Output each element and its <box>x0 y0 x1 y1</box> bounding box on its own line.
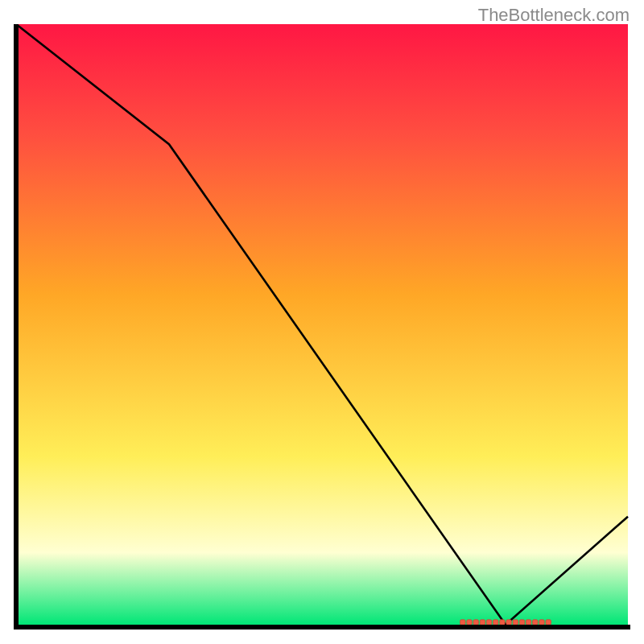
chart-background-gradient <box>16 24 628 625</box>
optimal-marker-dot <box>480 620 485 625</box>
optimal-marker-dot <box>526 620 530 625</box>
optimal-marker-dot <box>519 620 524 625</box>
optimal-marker-dot <box>486 620 491 625</box>
optimal-marker-dot <box>493 620 498 625</box>
optimal-marker-dot <box>533 620 538 625</box>
watermark-text: TheBottleneck.com <box>478 5 630 26</box>
optimal-marker-dot <box>513 620 518 625</box>
bottleneck-line-chart <box>14 24 630 630</box>
optimal-marker-dot <box>473 620 478 625</box>
optimal-marker-dot <box>460 620 465 625</box>
chart-container <box>14 24 630 630</box>
optimal-marker-dot <box>506 620 511 625</box>
optimal-marker-dot <box>500 620 505 625</box>
optimal-marker-dot <box>467 620 472 625</box>
optimal-marker-dot <box>546 620 551 625</box>
optimal-marker-dot <box>539 620 544 625</box>
